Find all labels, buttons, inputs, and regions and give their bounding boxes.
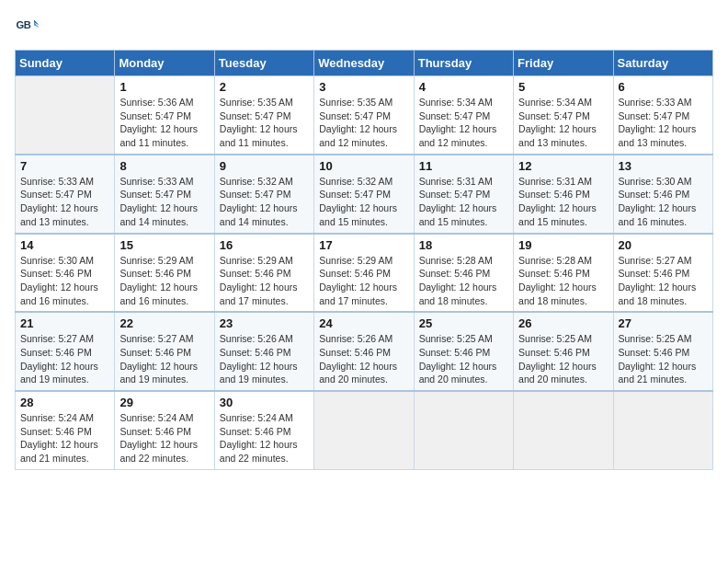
calendar-cell: 19Sunrise: 5:28 AMSunset: 5:46 PMDayligh…: [514, 234, 613, 313]
day-number: 20: [619, 238, 708, 252]
calendar-week-row: 7Sunrise: 5:33 AMSunset: 5:47 PMDaylight…: [16, 155, 713, 234]
day-number: 4: [419, 80, 508, 94]
calendar-week-row: 21Sunrise: 5:27 AMSunset: 5:46 PMDayligh…: [16, 312, 713, 391]
calendar-cell: 18Sunrise: 5:28 AMSunset: 5:46 PMDayligh…: [414, 234, 513, 313]
day-info: Sunrise: 5:28 AMSunset: 5:46 PMDaylight:…: [518, 254, 608, 308]
weekday-header-tuesday: Tuesday: [214, 51, 313, 76]
day-number: 12: [518, 159, 608, 173]
weekday-header-friday: Friday: [514, 51, 613, 76]
calendar-cell: 29Sunrise: 5:24 AMSunset: 5:46 PMDayligh…: [115, 391, 214, 469]
calendar-cell: 22Sunrise: 5:27 AMSunset: 5:46 PMDayligh…: [115, 312, 214, 391]
calendar-table: SundayMondayTuesdayWednesdayThursdayFrid…: [15, 50, 713, 470]
day-info: Sunrise: 5:24 AMSunset: 5:46 PMDaylight:…: [220, 411, 309, 465]
calendar-header-row: SundayMondayTuesdayWednesdayThursdayFrid…: [16, 51, 713, 76]
day-number: 30: [220, 396, 309, 409]
day-number: 5: [518, 80, 608, 94]
calendar-cell: [414, 391, 513, 469]
calendar-cell: 12Sunrise: 5:31 AMSunset: 5:46 PMDayligh…: [514, 155, 613, 234]
day-number: 14: [20, 238, 109, 252]
day-number: 3: [319, 80, 408, 94]
calendar-cell: 11Sunrise: 5:31 AMSunset: 5:47 PMDayligh…: [414, 155, 513, 234]
day-number: 25: [419, 316, 508, 330]
calendar-cell: [16, 76, 115, 155]
day-number: 29: [119, 396, 209, 409]
day-info: Sunrise: 5:33 AMSunset: 5:47 PMDaylight:…: [619, 96, 708, 150]
day-info: Sunrise: 5:24 AMSunset: 5:46 PMDaylight:…: [20, 411, 109, 465]
calendar-cell: [314, 391, 414, 469]
day-info: Sunrise: 5:31 AMSunset: 5:47 PMDaylight:…: [419, 175, 508, 229]
day-info: Sunrise: 5:32 AMSunset: 5:47 PMDaylight:…: [319, 175, 408, 229]
calendar-cell: 6Sunrise: 5:33 AMSunset: 5:47 PMDaylight…: [613, 76, 712, 155]
day-info: Sunrise: 5:29 AMSunset: 5:46 PMDaylight:…: [220, 254, 309, 308]
day-info: Sunrise: 5:30 AMSunset: 5:46 PMDaylight:…: [619, 175, 708, 229]
weekday-header-saturday: Saturday: [613, 51, 712, 76]
day-info: Sunrise: 5:25 AMSunset: 5:46 PMDaylight:…: [619, 332, 708, 386]
calendar-cell: 16Sunrise: 5:29 AMSunset: 5:46 PMDayligh…: [214, 234, 313, 313]
calendar-week-row: 14Sunrise: 5:30 AMSunset: 5:46 PMDayligh…: [16, 234, 713, 313]
day-info: Sunrise: 5:30 AMSunset: 5:46 PMDaylight:…: [20, 254, 109, 308]
calendar-cell: 24Sunrise: 5:26 AMSunset: 5:46 PMDayligh…: [314, 312, 414, 391]
day-number: 16: [220, 238, 309, 252]
calendar-cell: 17Sunrise: 5:29 AMSunset: 5:46 PMDayligh…: [314, 234, 414, 313]
day-number: 23: [220, 316, 309, 330]
logo-icon: G B: [15, 15, 40, 40]
day-info: Sunrise: 5:31 AMSunset: 5:46 PMDaylight:…: [518, 175, 608, 229]
day-number: 17: [319, 238, 408, 252]
calendar-cell: 14Sunrise: 5:30 AMSunset: 5:46 PMDayligh…: [16, 234, 115, 313]
svg-text:B: B: [24, 19, 31, 30]
day-number: 18: [419, 238, 508, 252]
calendar-week-row: 1Sunrise: 5:36 AMSunset: 5:47 PMDaylight…: [16, 76, 713, 155]
day-number: 27: [619, 316, 708, 330]
weekday-header-monday: Monday: [115, 51, 214, 76]
calendar-cell: 9Sunrise: 5:32 AMSunset: 5:47 PMDaylight…: [214, 155, 313, 234]
calendar-cell: 26Sunrise: 5:25 AMSunset: 5:46 PMDayligh…: [514, 312, 613, 391]
day-number: 6: [619, 80, 708, 94]
logo: G B: [15, 15, 44, 40]
day-number: 8: [119, 159, 209, 173]
calendar-cell: 5Sunrise: 5:34 AMSunset: 5:47 PMDaylight…: [514, 76, 613, 155]
day-info: Sunrise: 5:26 AMSunset: 5:46 PMDaylight:…: [220, 332, 309, 386]
day-info: Sunrise: 5:24 AMSunset: 5:46 PMDaylight:…: [119, 411, 209, 465]
day-number: 10: [319, 159, 408, 173]
calendar-cell: 1Sunrise: 5:36 AMSunset: 5:47 PMDaylight…: [115, 76, 214, 155]
day-info: Sunrise: 5:35 AMSunset: 5:47 PMDaylight:…: [319, 96, 408, 150]
day-info: Sunrise: 5:25 AMSunset: 5:46 PMDaylight:…: [518, 332, 608, 386]
page-header: G B: [15, 15, 713, 40]
calendar-cell: 10Sunrise: 5:32 AMSunset: 5:47 PMDayligh…: [314, 155, 414, 234]
calendar-cell: 23Sunrise: 5:26 AMSunset: 5:46 PMDayligh…: [214, 312, 313, 391]
day-number: 7: [20, 159, 109, 173]
calendar-cell: 20Sunrise: 5:27 AMSunset: 5:46 PMDayligh…: [613, 234, 712, 313]
day-number: 13: [619, 159, 708, 173]
day-info: Sunrise: 5:35 AMSunset: 5:47 PMDaylight:…: [220, 96, 309, 150]
calendar-cell: 27Sunrise: 5:25 AMSunset: 5:46 PMDayligh…: [613, 312, 712, 391]
day-info: Sunrise: 5:26 AMSunset: 5:46 PMDaylight:…: [319, 332, 408, 386]
day-info: Sunrise: 5:34 AMSunset: 5:47 PMDaylight:…: [518, 96, 608, 150]
calendar-cell: 15Sunrise: 5:29 AMSunset: 5:46 PMDayligh…: [115, 234, 214, 313]
calendar-cell: 21Sunrise: 5:27 AMSunset: 5:46 PMDayligh…: [16, 312, 115, 391]
day-info: Sunrise: 5:32 AMSunset: 5:47 PMDaylight:…: [220, 175, 309, 229]
day-info: Sunrise: 5:27 AMSunset: 5:46 PMDaylight:…: [619, 254, 708, 308]
calendar-body: 1Sunrise: 5:36 AMSunset: 5:47 PMDaylight…: [16, 76, 713, 470]
day-number: 19: [518, 238, 608, 252]
calendar-week-row: 28Sunrise: 5:24 AMSunset: 5:46 PMDayligh…: [16, 391, 713, 469]
day-info: Sunrise: 5:33 AMSunset: 5:47 PMDaylight:…: [119, 175, 209, 229]
weekday-header-sunday: Sunday: [16, 51, 115, 76]
day-info: Sunrise: 5:34 AMSunset: 5:47 PMDaylight:…: [419, 96, 508, 150]
day-number: 21: [20, 316, 109, 330]
calendar-cell: 8Sunrise: 5:33 AMSunset: 5:47 PMDaylight…: [115, 155, 214, 234]
calendar-cell: [514, 391, 613, 469]
calendar-cell: 2Sunrise: 5:35 AMSunset: 5:47 PMDaylight…: [214, 76, 313, 155]
day-number: 11: [419, 159, 508, 173]
day-info: Sunrise: 5:36 AMSunset: 5:47 PMDaylight:…: [119, 96, 209, 150]
day-number: 28: [20, 396, 109, 409]
weekday-header-wednesday: Wednesday: [314, 51, 414, 76]
day-info: Sunrise: 5:25 AMSunset: 5:46 PMDaylight:…: [419, 332, 508, 386]
day-info: Sunrise: 5:27 AMSunset: 5:46 PMDaylight:…: [119, 332, 209, 386]
calendar-cell: 4Sunrise: 5:34 AMSunset: 5:47 PMDaylight…: [414, 76, 513, 155]
calendar-cell: 3Sunrise: 5:35 AMSunset: 5:47 PMDaylight…: [314, 76, 414, 155]
day-info: Sunrise: 5:27 AMSunset: 5:46 PMDaylight:…: [20, 332, 109, 386]
day-info: Sunrise: 5:29 AMSunset: 5:46 PMDaylight:…: [119, 254, 209, 308]
day-number: 9: [220, 159, 309, 173]
svg-text:G: G: [16, 19, 24, 30]
day-number: 2: [220, 80, 309, 94]
